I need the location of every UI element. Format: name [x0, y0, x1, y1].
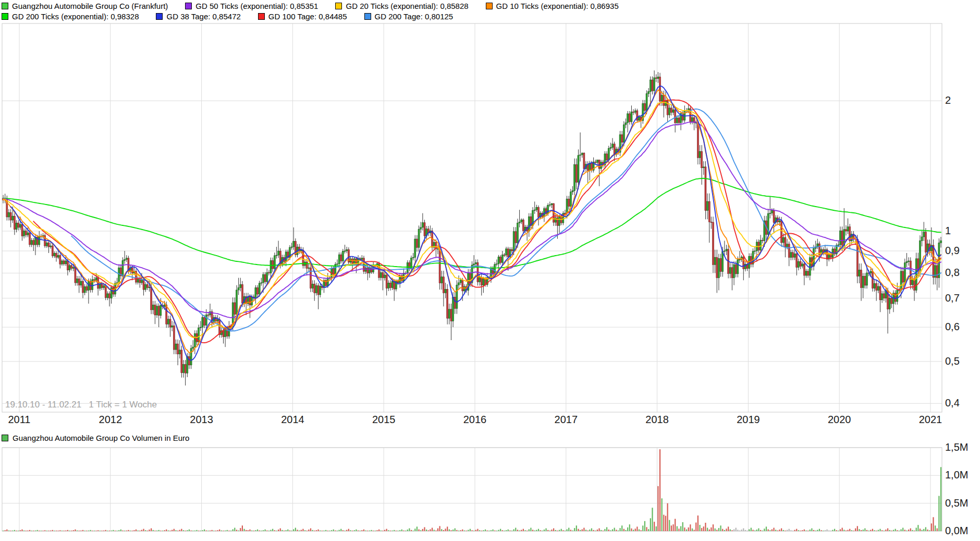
- candle-up: [479, 277, 481, 282]
- volume-bar: [405, 531, 406, 531]
- candle-down: [306, 262, 308, 269]
- volume-bar: [802, 530, 803, 531]
- candle-up: [274, 256, 275, 269]
- candle-down: [454, 297, 456, 309]
- candle-down: [720, 259, 721, 272]
- volume-bar: [6, 530, 7, 531]
- volume-bar: [434, 530, 435, 531]
- volume-bar: [266, 531, 267, 531]
- volume-bar: [90, 530, 91, 531]
- candle-down: [462, 280, 463, 291]
- volume-bar: [183, 530, 184, 531]
- volume-bar: [181, 529, 182, 531]
- volume-bar: [842, 528, 843, 531]
- volume-bar: [369, 531, 370, 531]
- candle-down: [105, 286, 106, 298]
- year-axis-label: 2019: [725, 414, 771, 426]
- volume-bar: [56, 531, 57, 531]
- candle-up: [754, 251, 756, 251]
- volume-bar: [21, 530, 22, 531]
- volume-bar: [308, 530, 309, 531]
- volume-bar: [783, 530, 784, 531]
- volume-bar: [766, 526, 767, 531]
- volume-bar: [333, 530, 334, 531]
- legend-label: GD 200 Tage: 0,80125: [375, 12, 454, 21]
- candle-up: [285, 252, 287, 262]
- candle-up: [16, 223, 17, 229]
- candle-up: [866, 273, 868, 285]
- volume-bar: [132, 531, 133, 531]
- candle-down: [204, 318, 205, 326]
- volume-bar: [133, 530, 134, 531]
- candle-up: [519, 222, 520, 223]
- volume-bar: [910, 528, 911, 531]
- volume-bar: [301, 530, 302, 531]
- candle-up: [627, 114, 629, 123]
- candle-up: [779, 221, 780, 222]
- candle-down: [788, 244, 790, 258]
- volume-bar: [168, 531, 169, 531]
- volume-bar: [174, 529, 175, 531]
- volume-bar: [192, 531, 193, 531]
- candle-down: [515, 232, 517, 243]
- volume-bar: [598, 528, 599, 531]
- legend-item: GD 38 Tage: 0,85472: [156, 12, 240, 21]
- volume-bar: [817, 530, 818, 531]
- volume-bar: [143, 529, 144, 531]
- candle-up: [99, 284, 101, 288]
- volume-bar: [166, 530, 167, 531]
- volume-bar: [18, 531, 19, 531]
- volume-bar: [568, 528, 569, 531]
- volume-bar: [703, 526, 704, 531]
- volume-bar: [295, 528, 296, 531]
- volume-bar: [866, 530, 867, 531]
- candle-up: [95, 278, 97, 280]
- candle-down: [169, 319, 171, 327]
- legend-item: GD 10 Ticks (exponential): 0,86935: [486, 2, 619, 10]
- volume-bar: [115, 531, 116, 531]
- candle-up: [270, 261, 272, 273]
- volume-bar: [547, 530, 548, 531]
- volume-bar: [684, 527, 685, 531]
- candle-up: [623, 125, 624, 142]
- volume-bar: [409, 528, 410, 531]
- candle-up: [192, 347, 194, 348]
- volume-bar: [515, 528, 516, 531]
- candle-up: [8, 212, 9, 217]
- legend-swatch-icon: [364, 13, 371, 20]
- candle-down: [56, 253, 57, 257]
- volume-bar: [8, 531, 9, 531]
- legend-item: GD 20 Ticks (exponential): 0,85828: [335, 2, 468, 10]
- candle-up: [874, 283, 875, 288]
- volume-bar: [113, 530, 114, 531]
- volume-bar: [746, 531, 748, 531]
- volume-bar: [843, 530, 844, 531]
- candle-up: [726, 249, 727, 251]
- legend-label: GD 38 Tage: 0,85472: [166, 12, 240, 21]
- candle-down: [82, 281, 84, 293]
- candle-up: [414, 239, 416, 257]
- volume-bar: [650, 518, 651, 531]
- volume-bar: [904, 530, 905, 531]
- volume-bar: [716, 530, 717, 531]
- volume-bar: [378, 530, 379, 531]
- candle-down: [207, 315, 209, 315]
- volume-bar: [432, 528, 433, 531]
- volume-bar: [289, 531, 290, 531]
- candle-up: [312, 284, 313, 288]
- volume-bar: [12, 531, 13, 531]
- candle-up: [769, 213, 771, 214]
- candle-up: [498, 257, 499, 263]
- volume-bar: [460, 530, 461, 531]
- candle-down: [538, 208, 540, 218]
- volume-bar: [726, 528, 727, 531]
- volume-bar: [164, 530, 165, 531]
- volume-bar: [639, 530, 640, 531]
- candle-down: [188, 357, 190, 365]
- volume-bar: [838, 531, 839, 531]
- volume-bar: [754, 531, 755, 531]
- candle-up: [923, 232, 925, 237]
- price-axis-label: 2: [945, 94, 951, 106]
- candle-down: [796, 254, 798, 267]
- volume-bar: [443, 530, 444, 531]
